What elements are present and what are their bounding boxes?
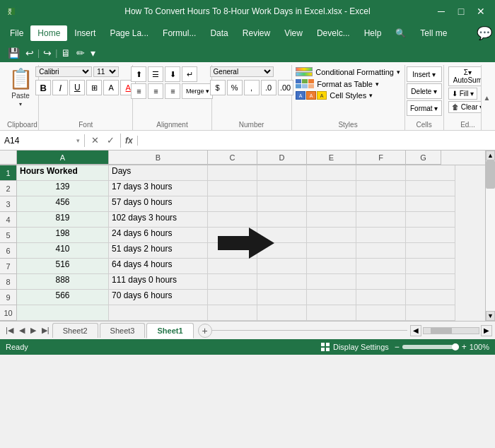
cell-b10[interactable] xyxy=(109,305,208,321)
menu-insert[interactable]: Insert xyxy=(67,25,103,41)
format-as-table-button[interactable]: Format as Table ▾ xyxy=(293,78,382,89)
cell-e4[interactable] xyxy=(307,212,356,228)
cell-g8[interactable] xyxy=(406,274,455,290)
cell-c7[interactable] xyxy=(208,259,257,274)
cell-g1[interactable] xyxy=(406,165,455,181)
menu-view[interactable]: View xyxy=(277,25,310,41)
cell-e10[interactable] xyxy=(307,305,356,321)
cell-g10[interactable] xyxy=(406,305,455,321)
cell-d5[interactable] xyxy=(257,228,307,243)
row-header-6[interactable]: 6 xyxy=(0,243,17,259)
menu-tell-me[interactable]: Tell me xyxy=(413,25,454,41)
cell-f4[interactable] xyxy=(356,212,406,228)
row-header-5[interactable]: 5 xyxy=(0,228,17,243)
bold-button[interactable]: B xyxy=(35,80,51,95)
cell-b7[interactable]: 64 days 4 hours xyxy=(109,259,208,274)
cell-e6[interactable] xyxy=(307,243,356,259)
insert-cells-button[interactable]: Insert ▾ xyxy=(407,66,442,82)
cell-g5[interactable] xyxy=(406,228,455,243)
cell-f3[interactable] xyxy=(356,196,406,212)
cell-f7[interactable] xyxy=(356,259,406,274)
zoom-out-button[interactable]: − xyxy=(395,342,400,352)
cell-c4[interactable] xyxy=(208,212,257,228)
cell-e8[interactable] xyxy=(307,274,356,290)
cell-e1[interactable] xyxy=(307,165,356,181)
fill-color-button[interactable]: A xyxy=(103,80,119,95)
scroll-down-button[interactable]: ▼ xyxy=(486,311,495,321)
cell-d8[interactable] xyxy=(257,274,307,290)
cell-d6[interactable] xyxy=(257,243,307,259)
cell-g4[interactable] xyxy=(406,212,455,228)
cell-d1[interactable] xyxy=(257,165,307,181)
cell-styles-button[interactable]: A A A Cell Styles ▾ xyxy=(293,90,375,100)
cell-b2[interactable]: 17 days 3 hours xyxy=(109,181,208,196)
number-format-select[interactable]: General xyxy=(210,66,274,77)
confirm-button[interactable]: ✓ xyxy=(103,134,117,148)
cell-b9[interactable]: 70 days 6 hours xyxy=(109,290,208,305)
fx-button[interactable]: fx xyxy=(121,136,138,146)
align-center-button[interactable]: ≡ xyxy=(148,83,163,99)
sheet-nav-first[interactable]: |◀ xyxy=(3,324,16,336)
menu-help[interactable]: Help xyxy=(357,25,389,41)
cell-c2[interactable] xyxy=(208,181,257,196)
minimize-button[interactable]: ─ xyxy=(433,3,450,20)
cell-f10[interactable] xyxy=(356,305,406,321)
cell-c6[interactable] xyxy=(208,243,257,259)
cell-b3[interactable]: 57 days 0 hours xyxy=(109,196,208,212)
redo-button[interactable]: ↪ xyxy=(41,46,54,60)
col-header-e[interactable]: E xyxy=(307,151,356,165)
decrease-decimal-button[interactable]: .00 xyxy=(278,80,293,95)
border-button[interactable]: ⊞ xyxy=(86,80,102,95)
italic-button[interactable]: I xyxy=(52,80,68,95)
cell-a4[interactable]: 819 xyxy=(17,212,109,228)
align-left-button[interactable]: ≡ xyxy=(131,83,146,99)
cell-f1[interactable] xyxy=(356,165,406,181)
share-button[interactable]: 💬 xyxy=(477,25,492,41)
close-button[interactable]: ✕ xyxy=(472,3,489,20)
cell-c1[interactable] xyxy=(208,165,257,181)
format-cells-button[interactable]: Format ▾ xyxy=(407,100,442,116)
menu-search-icon[interactable]: 🔍 xyxy=(388,25,413,41)
cell-c10[interactable] xyxy=(208,305,257,321)
cell-a6[interactable]: 410 xyxy=(17,243,109,259)
wrap-text-button[interactable]: ↵ xyxy=(182,66,197,82)
menu-page-layout[interactable]: Page La... xyxy=(103,25,156,41)
cell-a10[interactable] xyxy=(17,305,109,321)
cell-c9[interactable] xyxy=(208,290,257,305)
cell-d7[interactable] xyxy=(257,259,307,274)
hscroll-right-button[interactable]: ▶ xyxy=(481,325,492,336)
col-header-a[interactable]: A xyxy=(17,151,109,165)
cell-g6[interactable] xyxy=(406,243,455,259)
col-header-d[interactable]: D xyxy=(257,151,307,165)
cancel-button[interactable]: ✕ xyxy=(88,134,102,148)
cell-a9[interactable]: 566 xyxy=(17,290,109,305)
row-header-4[interactable]: 4 xyxy=(0,212,17,228)
col-header-f[interactable]: F xyxy=(356,151,406,165)
cell-c3[interactable] xyxy=(208,196,257,212)
cell-a7[interactable]: 516 xyxy=(17,259,109,274)
paste-button[interactable]: 📋 Paste ▾ xyxy=(5,66,37,110)
sheet-tab-sheet3[interactable]: Sheet3 xyxy=(100,323,146,338)
menu-data[interactable]: Data xyxy=(203,25,235,41)
cell-a2[interactable]: 139 xyxy=(17,181,109,196)
currency-button[interactable]: $ xyxy=(210,80,226,95)
name-box[interactable]: A14 ▾ xyxy=(0,134,85,147)
formula-input[interactable] xyxy=(138,134,495,147)
cell-f8[interactable] xyxy=(356,274,406,290)
increase-decimal-button[interactable]: .0 xyxy=(261,80,276,95)
delete-cells-button[interactable]: Delete ▾ xyxy=(407,83,442,99)
cell-c8[interactable] xyxy=(208,274,257,290)
sheet-nav-prev[interactable]: ◀ xyxy=(16,324,28,336)
row-header-10[interactable]: 10 xyxy=(0,305,17,321)
sheet-tab-sheet1[interactable]: Sheet1 xyxy=(146,323,193,338)
cell-b5[interactable]: 24 days 6 hours xyxy=(109,228,208,243)
menu-home[interactable]: Home xyxy=(30,25,67,41)
font-family-select[interactable]: Calibri xyxy=(35,66,92,77)
percent-button[interactable]: % xyxy=(227,80,243,95)
align-top-button[interactable]: ⬆ xyxy=(131,66,146,82)
cell-f6[interactable] xyxy=(356,243,406,259)
align-right-button[interactable]: ≡ xyxy=(165,83,180,99)
cell-d4[interactable] xyxy=(257,212,307,228)
row-header-8[interactable]: 8 xyxy=(0,274,17,290)
row-header-2[interactable]: 2 xyxy=(0,181,17,196)
